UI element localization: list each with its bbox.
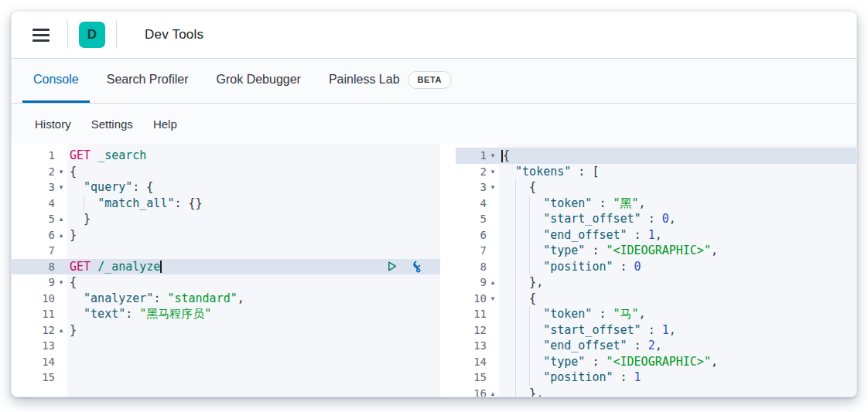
active-code-line: 8GET /_analyze	[12, 259, 440, 275]
line-number: 5	[49, 211, 55, 227]
tab-label: Console	[33, 73, 79, 87]
fold-icon[interactable]: ▾	[55, 164, 67, 180]
code-line: 14	[12, 354, 440, 370]
line-number: 9	[480, 274, 487, 291]
code-line: 6▴}	[12, 227, 440, 243]
line-number: 12	[473, 322, 487, 339]
code-line: 15	[12, 369, 440, 386]
line-number: 6	[480, 227, 487, 243]
fold-icon[interactable]: ▾	[487, 291, 499, 307]
code-line: 12 "start_offset" : 1,	[456, 322, 856, 339]
code-line: 2▾ "tokens" : [	[456, 164, 856, 180]
fold-icon[interactable]: ▴	[55, 227, 67, 243]
code-line: 3▾ "query": {	[12, 179, 440, 196]
fold-icon[interactable]: ▾	[487, 179, 499, 196]
app-logo[interactable]: D	[79, 22, 105, 48]
fold-icon[interactable]: ▾	[55, 179, 67, 196]
code-line: 11 "token" : "马",	[456, 306, 856, 322]
line-number: 3	[480, 179, 487, 196]
line-number: 12	[42, 322, 55, 339]
code-line: 9▴ },	[456, 274, 856, 291]
line-number: 7	[480, 243, 487, 259]
code-line: 2▾{	[12, 164, 440, 180]
line-number: 6	[49, 227, 55, 243]
fold-icon[interactable]: ▾	[487, 164, 499, 180]
line-number: 7	[49, 243, 55, 259]
devtools-window: D Dev Tools ConsoleSearch ProfilerGrok D…	[11, 11, 857, 397]
line-number: 16	[473, 386, 487, 398]
menu-item-help[interactable]: Help	[145, 113, 185, 135]
console-editors: 1GET _search2▾{3▾ "query": {4 "match_all…	[12, 144, 856, 397]
page-title: Dev Tools	[145, 27, 203, 43]
line-number: 4	[49, 196, 55, 212]
code-line: 13	[12, 338, 440, 354]
fold-icon[interactable]: ▾	[55, 274, 67, 291]
play-icon	[385, 260, 398, 273]
tab-console[interactable]: Console	[22, 59, 90, 103]
menu-item-history[interactable]: History	[27, 113, 79, 135]
line-number: 3	[49, 179, 55, 196]
line-number: 8	[480, 259, 487, 275]
tab-label: Painless Lab	[329, 73, 400, 87]
line-number: 5	[480, 211, 487, 227]
line-number: 13	[473, 338, 487, 354]
line-number: 14	[42, 354, 55, 370]
fold-icon[interactable]: ▴	[487, 274, 499, 291]
line-number: 1	[480, 148, 487, 164]
code-line: 4 "match_all": {}	[12, 196, 440, 212]
line-number: 13	[42, 338, 55, 354]
response-viewer[interactable]: 1▾{2▾ "tokens" : [3▾ {4 "token" : "黑",5 …	[456, 144, 856, 397]
line-number: 9	[49, 274, 55, 291]
top-bar: D Dev Tools	[12, 12, 856, 59]
line-number: 4	[480, 196, 487, 212]
code-line: 13 "end_offset" : 2,	[456, 338, 856, 354]
code-line: 8 "position" : 0	[456, 259, 856, 275]
request-editor[interactable]: 1GET _search2▾{3▾ "query": {4 "match_all…	[12, 144, 440, 397]
header-divider	[67, 21, 68, 49]
line-number: 2	[49, 164, 55, 180]
tab-search-profiler[interactable]: Search Profiler	[96, 59, 200, 103]
menu-item-settings[interactable]: Settings	[84, 113, 141, 135]
code-line: 10 "analyzer": "standard",	[12, 291, 440, 307]
code-line: 4 "token" : "黑",	[456, 196, 856, 212]
line-number: 10	[473, 291, 487, 307]
code-line: 12▴}	[12, 322, 440, 339]
menu-icon[interactable]	[26, 19, 56, 50]
code-line: 3▾ {	[456, 179, 856, 196]
code-line: 16▴ },	[456, 386, 856, 398]
code-line: 1GET _search	[12, 148, 440, 164]
fold-icon[interactable]: ▾	[487, 148, 499, 164]
header-divider	[116, 21, 117, 49]
line-number: 11	[473, 306, 487, 322]
beta-badge: BETA	[408, 71, 453, 89]
line-number: 15	[473, 369, 487, 386]
tab-painless-lab[interactable]: Painless LabBETA	[318, 59, 463, 103]
tab-label: Search Profiler	[107, 73, 189, 87]
code-line: 6 "end_offset" : 1,	[456, 227, 856, 243]
tab-grok-debugger[interactable]: Grok Debugger	[206, 59, 312, 103]
fold-icon[interactable]: ▴	[55, 322, 67, 339]
code-line: 9▾{	[12, 274, 440, 291]
line-number: 10	[42, 291, 55, 307]
line-number: 8	[49, 259, 55, 275]
console-menu-bar: HistorySettingsHelp	[12, 104, 856, 144]
code-line: 5 "start_offset" : 0,	[456, 211, 856, 227]
tab-label: Grok Debugger	[217, 73, 301, 87]
code-line: 7 "type" : "<IDEOGRAPHIC>",	[456, 243, 856, 259]
request-options-button[interactable]	[408, 260, 422, 274]
code-line: 14 "type" : "<IDEOGRAPHIC>",	[456, 354, 856, 370]
code-line: 15 "position" : 1	[456, 369, 856, 386]
fold-icon[interactable]: ▴	[55, 211, 67, 227]
fold-icon[interactable]: ▴	[487, 386, 499, 398]
code-line: 10▾ {	[456, 291, 856, 307]
code-line: 11 "text": "黑马程序员"	[12, 306, 440, 322]
tab-bar: ConsoleSearch ProfilerGrok DebuggerPainl…	[12, 59, 856, 104]
line-number: 15	[42, 369, 55, 386]
line-number: 14	[473, 354, 487, 370]
code-line: 7	[12, 243, 440, 259]
panel-resizer[interactable]	[440, 144, 456, 397]
code-line: 5▴ }	[12, 211, 440, 227]
wrench-icon	[408, 260, 422, 274]
send-request-button[interactable]	[385, 260, 398, 273]
active-code-line: 1▾{	[456, 148, 856, 164]
